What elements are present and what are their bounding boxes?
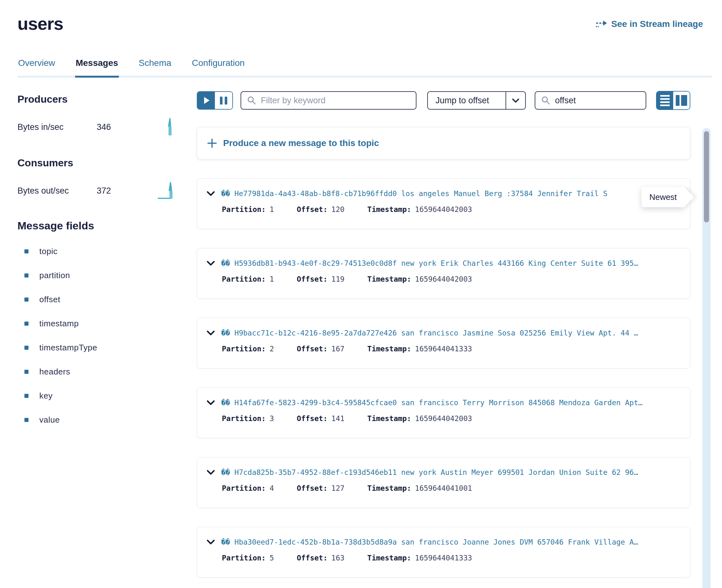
field-item-topic[interactable]: topic bbox=[17, 247, 197, 256]
tab-overview[interactable]: Overview bbox=[17, 55, 56, 76]
message-meta: Partition:2 Offset:167 Timestamp:1659644… bbox=[222, 345, 684, 353]
message-card: �� Hba30eed7-1edc-452b-8b1a-738d3b5d8a9a… bbox=[197, 527, 690, 578]
field-item-key[interactable]: key bbox=[17, 391, 197, 401]
timestamp-label: Timestamp: bbox=[367, 205, 411, 213]
pause-icon bbox=[220, 97, 223, 105]
message-summary[interactable]: �� H7cda825b-35b7-4952-88ef-c193d546eb11… bbox=[221, 468, 638, 477]
message-summary[interactable]: �� H9bacc71c-b12c-4216-8e95-2a7da727e426… bbox=[221, 329, 638, 337]
field-label-timestamp: timestamp bbox=[39, 319, 79, 329]
metrics-sidebar: Producers Bytes in/sec 346 Consumers Byt… bbox=[17, 78, 197, 578]
bytes-out-row: Bytes out/sec 372 bbox=[17, 181, 197, 201]
message-meta: Partition:3 Offset:141 Timestamp:1659644… bbox=[222, 414, 684, 423]
bytes-out-value: 372 bbox=[97, 186, 111, 196]
offset-search-field[interactable] bbox=[535, 91, 646, 110]
field-item-timestampType[interactable]: timestampType bbox=[17, 343, 197, 353]
offset-label: Offset: bbox=[297, 414, 327, 423]
pause-button[interactable] bbox=[215, 92, 232, 109]
message-fields-heading: Message fields bbox=[17, 219, 197, 232]
field-checkbox-key[interactable] bbox=[24, 394, 28, 398]
produce-message-button[interactable]: Produce a new message to this topic bbox=[197, 127, 690, 159]
timestamp-value: 1659644041333 bbox=[415, 554, 472, 562]
bytes-in-row: Bytes in/sec 346 bbox=[17, 117, 197, 137]
timestamp-value: 1659644041001 bbox=[415, 484, 472, 492]
timestamp-value: 1659644042003 bbox=[415, 414, 472, 423]
message-summary[interactable]: �� H5936db81-b943-4e0f-8c29-74513e0c0d8f… bbox=[221, 259, 638, 267]
expand-chevron-icon[interactable] bbox=[207, 261, 215, 266]
messages-scrollbar-track[interactable] bbox=[702, 128, 710, 588]
offset-label: Offset: bbox=[297, 554, 327, 562]
partition-value: 4 bbox=[269, 484, 274, 492]
expand-chevron-icon[interactable] bbox=[207, 470, 215, 475]
timestamp-label: Timestamp: bbox=[367, 484, 411, 492]
expand-chevron-icon[interactable] bbox=[207, 331, 215, 336]
offset-label: Offset: bbox=[297, 345, 327, 353]
play-icon bbox=[204, 97, 209, 104]
split-view-button[interactable] bbox=[673, 91, 690, 109]
field-checkbox-timestamp[interactable] bbox=[24, 321, 28, 326]
partition-value: 2 bbox=[269, 345, 274, 353]
offset-label: Offset: bbox=[297, 275, 327, 283]
message-card: �� He77981da-4a43-48ab-b8f8-cb71b96ffdd0… bbox=[197, 178, 690, 229]
message-card: �� H7cda825b-35b7-4952-88ef-c193d546eb11… bbox=[197, 457, 690, 508]
play-pause-toggle[interactable] bbox=[197, 91, 233, 110]
bytes-out-label: Bytes out/sec bbox=[17, 186, 97, 196]
field-checkbox-offset[interactable] bbox=[24, 297, 28, 301]
message-meta: Partition:1 Offset:119 Timestamp:1659644… bbox=[222, 275, 684, 283]
timestamp-label: Timestamp: bbox=[367, 345, 411, 353]
tab-schema[interactable]: Schema bbox=[138, 55, 172, 76]
offset-search-input[interactable] bbox=[555, 96, 640, 105]
chevron-down-icon[interactable] bbox=[506, 98, 525, 103]
partition-value: 3 bbox=[269, 414, 274, 423]
timestamp-label: Timestamp: bbox=[367, 414, 411, 423]
messages-scrollbar-thumb[interactable] bbox=[704, 131, 709, 223]
keyword-filter-input[interactable] bbox=[261, 96, 410, 105]
expand-chevron-icon[interactable] bbox=[207, 540, 215, 545]
field-label-headers: headers bbox=[39, 367, 70, 377]
jump-to-offset-select[interactable]: Jump to offset bbox=[427, 91, 526, 110]
field-checkbox-headers[interactable] bbox=[24, 370, 28, 374]
partition-label: Partition: bbox=[222, 275, 266, 283]
message-summary[interactable]: �� H14fa67fe-5823-4299-b3c4-595845cfcae0… bbox=[221, 399, 642, 407]
partition-label: Partition: bbox=[222, 205, 266, 213]
field-label-timestampType: timestampType bbox=[39, 343, 97, 353]
stream-lineage-label: See in Stream lineage bbox=[612, 19, 703, 29]
stream-lineage-link[interactable]: See in Stream lineage bbox=[596, 19, 703, 29]
tab-messages[interactable]: Messages bbox=[75, 55, 119, 78]
keyword-filter-field[interactable] bbox=[241, 91, 416, 110]
messages-panel: Jump to offset bbox=[197, 78, 722, 578]
expand-chevron-icon[interactable] bbox=[207, 400, 215, 405]
field-checkbox-timestampType[interactable] bbox=[24, 345, 28, 350]
search-icon bbox=[541, 96, 551, 105]
topic-messages-page: users See in Stream lineage Overview Mes… bbox=[0, 0, 722, 588]
offset-value: 127 bbox=[331, 484, 345, 492]
message-meta: Partition:5 Offset:163 Timestamp:1659644… bbox=[222, 554, 684, 562]
message-summary[interactable]: �� He77981da-4a43-48ab-b8f8-cb71b96ffdd0… bbox=[221, 189, 607, 198]
list-view-button[interactable] bbox=[657, 91, 673, 109]
offset-label: Offset: bbox=[297, 484, 327, 492]
field-item-partition[interactable]: partition bbox=[17, 271, 197, 280]
field-item-offset[interactable]: offset bbox=[17, 295, 197, 304]
search-icon bbox=[247, 96, 256, 105]
field-checkbox-partition[interactable] bbox=[24, 273, 28, 277]
field-checkbox-topic[interactable] bbox=[24, 249, 28, 253]
bytes-in-label: Bytes in/sec bbox=[17, 122, 97, 132]
field-item-timestamp[interactable]: timestamp bbox=[17, 319, 197, 329]
page-header: users See in Stream lineage bbox=[0, 0, 722, 34]
tab-configuration[interactable]: Configuration bbox=[191, 55, 245, 76]
offset-value: 119 bbox=[331, 275, 345, 283]
split-view-icon bbox=[676, 95, 680, 106]
messages-toolbar: Jump to offset bbox=[197, 91, 690, 110]
field-item-headers[interactable]: headers bbox=[17, 367, 197, 377]
message-summary[interactable]: �� Hba30eed7-1edc-452b-8b1a-738d3b5d8a9a… bbox=[221, 538, 638, 546]
view-mode-toggle[interactable] bbox=[656, 91, 690, 110]
partition-value: 5 bbox=[269, 554, 274, 562]
offset-value: 141 bbox=[331, 414, 345, 423]
newest-tooltip: Newest bbox=[641, 187, 685, 207]
field-item-value[interactable]: value bbox=[17, 415, 197, 425]
expand-chevron-icon[interactable] bbox=[207, 191, 215, 196]
field-checkbox-value[interactable] bbox=[24, 418, 28, 422]
stream-lineage-icon bbox=[596, 19, 607, 29]
bytes-out-sparkline bbox=[158, 181, 174, 201]
field-label-key: key bbox=[39, 391, 53, 401]
play-button[interactable] bbox=[198, 92, 215, 109]
